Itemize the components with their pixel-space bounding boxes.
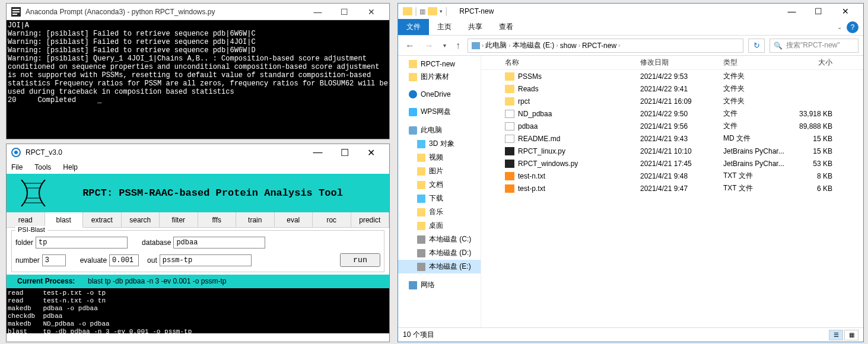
file-row[interactable]: README.md2021/4/21 9:43MD 文件15 KB <box>481 132 863 145</box>
close-button[interactable]: ✕ <box>358 144 384 161</box>
ribbon-share-tab[interactable]: 共享 <box>460 19 491 35</box>
explorer-sidebar[interactable]: RPCT-new图片素材OneDriveWPS网盘此电脑3D 对象视频图片文档下… <box>398 56 481 327</box>
maximize-button[interactable]: ☐ <box>331 4 358 20</box>
ribbon-home-tab[interactable]: 主页 <box>429 19 460 35</box>
chevron-right-icon[interactable]: › <box>508 42 510 49</box>
qat-dropdown-icon[interactable]: ▾ <box>440 8 443 14</box>
sidebar-item[interactable]: 本地磁盘 (E:) <box>398 260 481 273</box>
sidebar-item[interactable]: 文档 <box>398 178 481 192</box>
sidebar-item[interactable]: 3D 对象 <box>398 137 481 151</box>
tab-blast[interactable]: blast <box>45 212 84 228</box>
folder-icon[interactable] <box>428 7 437 15</box>
file-row[interactable]: test-p.txt2021/4/21 9:47TXT 文件6 KB <box>481 182 863 195</box>
details-view-button[interactable]: ☰ <box>829 330 843 340</box>
file-row[interactable]: rpct2021/4/21 16:09文件夹 <box>481 95 863 107</box>
qat-properties-icon[interactable]: ▥ <box>419 8 425 15</box>
ribbon-view-tab[interactable]: 查看 <box>491 19 522 35</box>
close-button[interactable]: ✕ <box>358 4 384 20</box>
file-row[interactable]: RPCT_linux.py2021/4/21 10:10JetBrains Py… <box>481 145 863 157</box>
ribbon-expand-icon[interactable]: ⌄ <box>837 24 842 30</box>
terminal-title: Anaconda Prompt (Anaconda3) - python RPC… <box>26 8 304 16</box>
file-row[interactable]: RPCT_windows.py2021/4/21 17:45JetBrains … <box>481 157 863 170</box>
chevron-right-icon[interactable]: › <box>578 42 580 49</box>
minimize-button[interactable]: — <box>304 144 331 161</box>
refresh-button[interactable]: ↻ <box>748 39 765 53</box>
file-row[interactable]: Reads2021/4/22 9:41文件夹 <box>481 82 863 95</box>
search-box[interactable]: 🔍 搜索"RPCT-new" <box>770 39 859 53</box>
col-name-header[interactable]: 名称 <box>481 58 635 68</box>
sidebar-item[interactable]: 音乐 <box>398 205 481 219</box>
sidebar-item[interactable]: 桌面 <box>398 219 481 232</box>
sidebar-item[interactable]: 此电脑 <box>398 123 481 137</box>
rpct-log[interactable]: read test-p.txt -o tp read test-n.txt -o… <box>7 288 389 333</box>
file-row[interactable]: pdbaa2021/4/21 9:56文件89,888 KB <box>481 120 863 132</box>
tab-roc[interactable]: roc <box>313 212 351 227</box>
forward-button[interactable]: → <box>422 40 436 51</box>
tab-predict[interactable]: predict <box>351 212 390 227</box>
file-name: Reads <box>518 85 539 93</box>
wps-icon <box>409 108 417 116</box>
tab-extract[interactable]: extract <box>83 212 122 227</box>
col-date-header[interactable]: 修改日期 <box>635 58 718 68</box>
close-button[interactable]: ✕ <box>832 4 859 19</box>
col-type-header[interactable]: 类型 <box>718 58 790 68</box>
sidebar-item[interactable]: WPS网盘 <box>398 105 481 119</box>
menu-tools[interactable]: Tools <box>34 163 51 171</box>
sidebar-item[interactable]: 本地磁盘 (C:) <box>398 232 481 246</box>
sidebar-item[interactable]: RPCT-new <box>398 58 481 70</box>
folder-input[interactable] <box>36 237 128 249</box>
sidebar-item[interactable]: 本地磁盘 (D:) <box>398 246 481 260</box>
tab-read[interactable]: read <box>7 212 45 227</box>
number-input[interactable] <box>42 254 66 266</box>
explorer-titlebar: | ▥ ▾ | RPCT-new — ☐ ✕ <box>398 4 863 19</box>
recent-dropdown-icon[interactable]: ▾ <box>441 42 449 49</box>
menu-help[interactable]: Help <box>63 163 78 171</box>
file-row[interactable]: PSSMs2021/4/22 9:53文件夹 <box>481 70 863 82</box>
file-type: MD 文件 <box>718 133 790 144</box>
up-button[interactable]: ↑ <box>453 40 463 51</box>
explorer-title: RPCT-new <box>459 7 778 15</box>
tab-filter[interactable]: filter <box>160 212 198 227</box>
tab-eval[interactable]: eval <box>275 212 313 227</box>
tab-fffs[interactable]: fffs <box>198 212 237 227</box>
chevron-right-icon[interactable]: › <box>556 42 558 49</box>
database-input[interactable] <box>173 237 265 249</box>
sidebar-item[interactable]: 图片 <box>398 164 481 178</box>
terminal-output[interactable]: JOI|A Warning: [psiblast] Failed to retr… <box>7 20 389 139</box>
icons-view-button[interactable]: ▦ <box>844 330 859 340</box>
chevron-right-icon[interactable]: › <box>482 42 484 49</box>
breadcrumb-segment[interactable]: show <box>560 42 577 50</box>
minimize-button[interactable]: — <box>304 4 331 20</box>
out-input[interactable] <box>160 254 252 266</box>
sidebar-item-label: 下载 <box>429 193 443 203</box>
file-row[interactable]: ND_pdbaa2021/4/22 9:50文件33,918 KB <box>481 107 863 120</box>
maximize-button[interactable]: ☐ <box>805 4 832 19</box>
breadcrumb-segment[interactable]: 此电脑 <box>485 40 507 50</box>
sidebar-item-label: 3D 对象 <box>429 139 454 149</box>
tab-search[interactable]: search <box>122 212 160 227</box>
maximize-button[interactable]: ☐ <box>331 144 358 161</box>
breadcrumb[interactable]: › 此电脑›本地磁盘 (E:)›show›RPCT-new› <box>468 39 743 53</box>
sidebar-item[interactable]: 图片素材 <box>398 70 481 84</box>
explorer-file-pane[interactable]: 名称 修改日期 类型 大小 PSSMs2021/4/22 9:53文件夹Read… <box>481 56 863 327</box>
py-icon <box>505 147 514 155</box>
tab-train[interactable]: train <box>236 212 275 227</box>
sidebar-item[interactable]: 下载 <box>398 192 481 205</box>
sidebar-item[interactable]: 视频 <box>398 151 481 164</box>
breadcrumb-segment[interactable]: RPCT-new <box>582 42 616 50</box>
back-button[interactable]: ← <box>403 40 417 51</box>
chevron-right-icon[interactable]: › <box>618 42 620 49</box>
file-row[interactable]: test-n.txt2021/4/21 9:48TXT 文件8 KB <box>481 170 863 182</box>
breadcrumb-segment[interactable]: 本地磁盘 (E:) <box>513 40 555 50</box>
ribbon-file-tab[interactable]: 文件 <box>398 19 429 35</box>
sidebar-item[interactable]: OneDrive <box>398 88 481 100</box>
col-size-header[interactable]: 大小 <box>790 58 837 68</box>
minimize-button[interactable]: — <box>778 4 805 19</box>
menu-file[interactable]: File <box>11 163 23 171</box>
run-button[interactable]: run <box>340 253 380 267</box>
sidebar-item[interactable]: 网络 <box>398 278 481 292</box>
help-button[interactable]: ? <box>847 21 859 33</box>
evaluate-input[interactable] <box>109 254 139 266</box>
rpct-title: RPCT_v3.0 <box>26 148 304 157</box>
explorer-ribbon: 文件 主页 共享 查看 ⌄ ? <box>398 19 863 36</box>
